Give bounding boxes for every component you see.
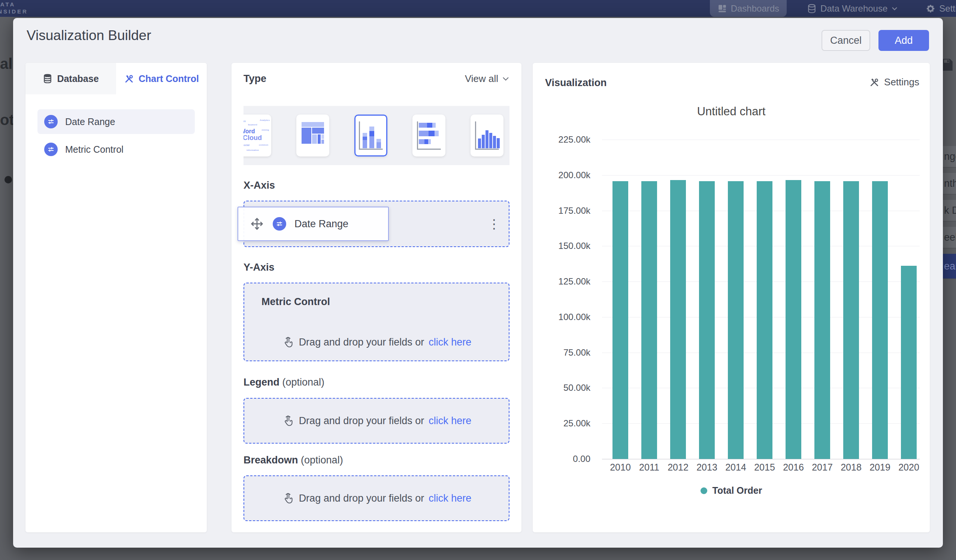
metric-control-zone-title: Metric Control <box>261 296 330 308</box>
optional-suffix: (optional) <box>283 376 325 388</box>
treemap-block <box>302 122 324 127</box>
chart-type-column[interactable] <box>470 115 503 157</box>
x-tick-label: 2019 <box>866 462 894 473</box>
tab-chart-control[interactable]: Chart Control <box>116 63 207 94</box>
chart-control-field-list: Date Range Metric Control <box>25 94 207 162</box>
settings-button[interactable]: Settings <box>869 76 919 88</box>
chart-bar <box>612 181 628 459</box>
settings-label: Settings <box>884 76 919 88</box>
chart-bar <box>814 181 830 459</box>
wordcloud-mini-word: Cloud <box>244 134 262 142</box>
wordcloud-mini-word: social <box>244 144 250 146</box>
nav-dashboards-label: Dashboards <box>731 3 779 14</box>
legend-dropzone[interactable]: Drag and drop your fields or click here <box>244 398 509 444</box>
mini-bar <box>486 130 489 148</box>
mini-bar <box>434 131 439 136</box>
click-here-link[interactable]: click here <box>429 337 471 348</box>
x-tick-label: 2015 <box>750 462 779 473</box>
chart-legend: Total Order <box>533 485 930 496</box>
x-tick-label: 2011 <box>635 462 664 473</box>
nav-dashboards[interactable]: Dashboards <box>710 0 787 17</box>
background-menu-item: eekly <box>943 227 956 249</box>
mini-axis <box>475 149 499 150</box>
plot-area <box>602 140 920 459</box>
kebab-menu-icon[interactable]: ⋮ <box>488 218 500 230</box>
control-sliders-icon <box>44 115 58 129</box>
wordcloud-mini-word: keyword <box>248 124 257 126</box>
mini-bar <box>493 136 496 148</box>
nav-data-warehouse[interactable]: Data Warehouse <box>799 0 906 17</box>
background-menu-item: k Date <box>943 200 956 221</box>
mini-bar <box>432 123 436 128</box>
background-bullet <box>5 176 12 184</box>
mini-bar <box>370 136 374 148</box>
x-tick-label: 2014 <box>722 462 750 473</box>
tab-chart-control-label: Chart Control <box>138 74 199 84</box>
mini-bar <box>370 131 374 136</box>
chart-bar <box>872 181 888 459</box>
drop-hint: Drag and drop your fields or click here <box>244 414 509 427</box>
tap-hand-icon <box>282 336 294 348</box>
y-axis-labels: 225.00k200.00k175.00k150.00k125.00k100.0… <box>533 140 596 459</box>
chart-type-stacked-bar[interactable] <box>412 115 445 157</box>
legend-heading: Legend (optional) <box>244 376 324 388</box>
drop-hint: Drag and drop your fields or click here <box>244 336 509 348</box>
mini-bar <box>363 136 367 140</box>
x-tick-label: 2010 <box>606 462 635 473</box>
chart-type-strip: iness Analytics keyword Word mining Clou… <box>244 106 509 165</box>
breakdown-heading-label: Breakdown <box>244 455 298 466</box>
mini-bar <box>370 127 374 131</box>
mini-bar <box>425 139 428 144</box>
tools-icon <box>869 77 880 88</box>
field-item-date-range[interactable]: Date Range <box>38 109 195 134</box>
treemap-block <box>321 140 324 144</box>
tab-database-label: Database <box>57 74 99 84</box>
treemap-block <box>321 134 324 139</box>
legend-heading-label: Legend <box>244 376 280 388</box>
mini-bar <box>429 131 434 136</box>
chart-type-treemap[interactable] <box>296 115 329 157</box>
add-button[interactable]: Add <box>879 30 929 51</box>
chevron-down-icon <box>891 6 898 11</box>
breakdown-dropzone[interactable]: Drag and drop your fields or click here <box>244 475 509 521</box>
nav-settings-label: Settings <box>939 3 956 14</box>
view-all-label: View all <box>465 73 498 85</box>
treemap-block <box>312 128 324 133</box>
dragged-field-label: Date Range <box>294 218 348 230</box>
click-here-link[interactable]: click here <box>429 415 471 427</box>
top-nav-items: Dashboards Data Warehouse Settings <box>710 0 956 17</box>
top-navigation-bar: DATA INSIDER Dashboards Data Warehouse <box>0 0 956 17</box>
database-icon <box>43 74 52 83</box>
y-tick-label: 200.00k <box>558 170 590 180</box>
app-logo: DATA INSIDER <box>0 1 28 15</box>
cancel-button[interactable]: Cancel <box>822 30 870 51</box>
tab-database[interactable]: Database <box>25 63 116 94</box>
control-sliders-icon <box>44 143 58 156</box>
mini-bar <box>376 139 381 142</box>
mini-bar <box>428 139 431 144</box>
drop-hint: Drag and drop your fields or click here <box>244 492 509 505</box>
chart-type-stacked-column[interactable] <box>354 115 387 157</box>
y-axis-dropzone[interactable]: Metric Control Drag and drop your fields… <box>244 282 509 361</box>
field-item-metric-control[interactable]: Metric Control <box>38 137 195 162</box>
mini-bar <box>427 123 432 128</box>
builder-panel: Type View all iness Analytics keyword Wo… <box>231 63 522 532</box>
drop-hint-text: Drag and drop your fields or <box>299 415 425 427</box>
type-heading: Type <box>244 73 266 85</box>
y-tick-label: 0.00 <box>573 454 590 464</box>
wordcloud-mini-word: common <box>259 144 268 146</box>
click-here-link[interactable]: click here <box>429 493 471 504</box>
mini-axis <box>359 149 383 150</box>
chart-bar <box>843 181 859 459</box>
y-tick-label: 150.00k <box>558 241 590 251</box>
chart-type-word-cloud[interactable]: iness Analytics keyword Word mining Clou… <box>244 115 271 157</box>
chart-bar <box>901 266 917 459</box>
nav-settings[interactable]: Settings <box>918 0 956 17</box>
dragged-field-card[interactable]: Date Range <box>237 207 389 241</box>
visualization-heading: Visualization <box>545 77 607 89</box>
treemap-block <box>312 134 317 144</box>
x-tick-label: 2018 <box>837 462 865 473</box>
view-all-dropdown[interactable]: View all <box>465 73 509 85</box>
nav-data-warehouse-label: Data Warehouse <box>821 3 887 14</box>
treemap-block <box>318 134 321 144</box>
